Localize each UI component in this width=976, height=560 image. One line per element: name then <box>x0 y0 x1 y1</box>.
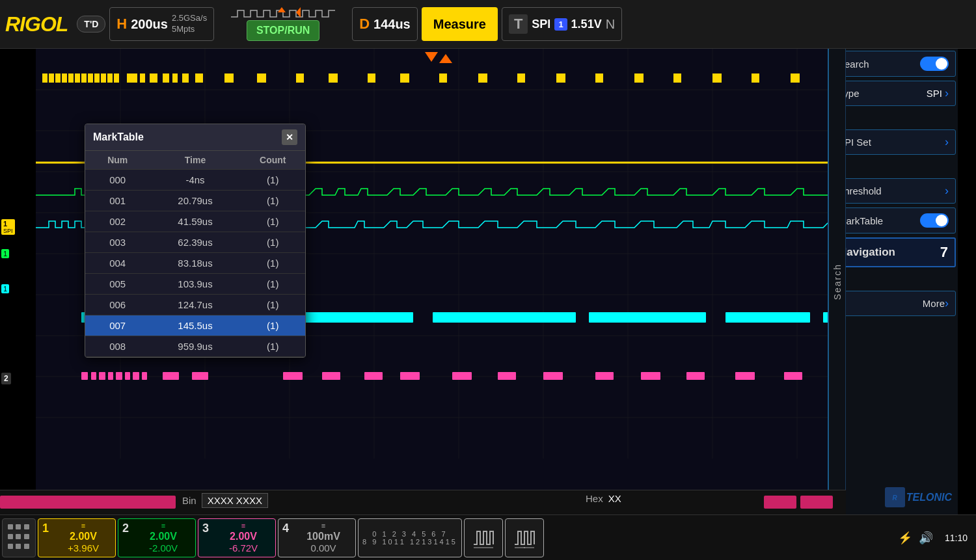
row-num: 006 <box>85 299 150 310</box>
svg-rect-35 <box>140 73 145 83</box>
svg-rect-43 <box>296 73 304 83</box>
l-channel-bottom[interactable]: 0 1 2 3 4 5 6 7 8 9 1011 12131415 <box>358 518 462 557</box>
ch1-bottom[interactable]: 1 ≡ 2.00V +3.96V <box>38 518 116 557</box>
threshold-panel-item[interactable]: Threshold › <box>831 178 956 204</box>
ch2-bottom[interactable]: 2 ≡ 2.00V -2.00V <box>118 518 196 557</box>
svg-rect-54 <box>712 73 722 83</box>
svg-rect-80 <box>364 372 383 380</box>
l-digits-top: 0 1 2 3 4 5 6 7 <box>372 530 447 538</box>
table-row[interactable]: 004 83.18us (1) <box>85 253 305 274</box>
marktable-toggle[interactable] <box>920 213 949 228</box>
top-toolbar: RIGOL T'D H 200us 2.5GSa/s5Mpts STOP/RUN… <box>0 0 976 49</box>
ch3-label: 1 <box>1 284 9 293</box>
row-time: 62.39us <box>150 237 240 248</box>
table-row[interactable]: 002 41.59us (1) <box>85 211 305 232</box>
type-value: SPI <box>927 88 942 99</box>
ch2-voltage1: 2.00V <box>150 531 177 542</box>
oscilloscope-display: MarkTable ✕ Num Time Count 000 -4ns (1) … <box>36 49 828 514</box>
marktable-toggle-knob <box>936 215 947 226</box>
svg-text:R: R <box>892 494 897 501</box>
search-panel-item[interactable]: Search <box>831 51 956 77</box>
svg-rect-89 <box>784 372 802 380</box>
l-digits-bot: 8 9 1011 12131415 <box>362 538 457 546</box>
table-row[interactable]: 001 20.79us (1) <box>85 191 305 211</box>
table-row-selected[interactable]: 007 145.5us (1) <box>85 315 305 336</box>
svg-rect-86 <box>641 372 660 380</box>
svg-rect-64 <box>433 312 576 323</box>
ch4-voltage1: 100mV <box>306 531 340 542</box>
search-tab[interactable]: Search <box>828 49 846 514</box>
svg-rect-49 <box>517 73 525 83</box>
t-label: T <box>509 14 528 34</box>
ch4-bottom[interactable]: 4 ≡ 100mV 0.00V <box>278 518 356 557</box>
svg-rect-82 <box>452 372 472 380</box>
svg-rect-72 <box>116 372 122 380</box>
ch2-num: 2 <box>122 522 129 535</box>
spi-group[interactable]: T SPI 1 1.51V N <box>502 7 622 41</box>
svg-rect-26 <box>68 73 74 83</box>
table-row[interactable]: 008 959.9us (1) <box>85 336 305 357</box>
svg-rect-40 <box>195 73 203 83</box>
bottom-bar: 1 ≡ 2.00V +3.96V 2 ≡ 2.00V -2.00V 3 ≡ 2.… <box>0 514 976 560</box>
grid-button[interactable] <box>2 518 36 557</box>
ch1-voltage1: 2.00V <box>70 531 97 542</box>
svg-rect-68 <box>81 372 88 380</box>
right-panel-wrapper: Search Search Type SPI › SPI Set › <box>828 49 976 514</box>
svg-rect-27 <box>75 73 80 83</box>
usb-icon: ⚡ <box>898 531 912 545</box>
svg-rect-24 <box>55 73 61 83</box>
measure-button[interactable]: Measure <box>422 7 498 41</box>
svg-rect-38 <box>172 73 178 83</box>
search-toggle[interactable] <box>920 57 949 71</box>
table-row[interactable]: 005 103.9us (1) <box>85 274 305 295</box>
grid-dot-2 <box>16 524 21 529</box>
col-num-header: Num <box>85 155 150 165</box>
spi-set-panel-item[interactable]: SPI Set › <box>831 129 956 155</box>
gii-button[interactable] <box>505 518 544 557</box>
marktable-close-button[interactable]: ✕ <box>282 129 297 145</box>
more-button[interactable]: More › <box>831 291 956 316</box>
svg-rect-66 <box>725 312 810 323</box>
td-badge[interactable]: T'D <box>77 16 105 33</box>
grid-dot-9 <box>24 544 29 549</box>
table-row[interactable]: 000 -4ns (1) <box>85 170 305 191</box>
more-arrow-icon: › <box>945 297 949 310</box>
d2-label: 2 <box>1 374 11 383</box>
bin-label: Bin <box>182 495 197 506</box>
ch3-bottom[interactable]: 3 ≡ 2.00V -6.72V <box>198 518 276 557</box>
svg-rect-75 <box>142 372 147 380</box>
svg-rect-48 <box>478 73 487 83</box>
table-row[interactable]: 003 62.39us (1) <box>85 232 305 253</box>
spi-label: SPI <box>532 18 550 31</box>
row-count: (1) <box>241 174 305 185</box>
svg-rect-50 <box>556 73 565 83</box>
telonic-logo: R TELONIC <box>831 482 956 513</box>
type-panel-item[interactable]: Type SPI › <box>831 81 956 106</box>
sample-rate: 2.5GSa/s5Mpts <box>172 13 207 35</box>
svg-rect-34 <box>127 73 137 83</box>
speaker-icon: 🔊 <box>919 531 933 545</box>
stop-run-button[interactable]: STOP/RUN <box>247 20 319 41</box>
row-num: 001 <box>85 195 150 206</box>
right-panel: Search Type SPI › SPI Set › Threshold <box>828 49 958 514</box>
telonic-logo-icon: R <box>884 486 906 509</box>
svg-rect-56 <box>791 73 800 83</box>
marktable-panel-item[interactable]: MarkTable <box>831 207 956 233</box>
row-num: 008 <box>85 341 150 352</box>
gi-button[interactable] <box>464 518 503 557</box>
svg-rect-53 <box>673 73 681 83</box>
svg-rect-65 <box>589 312 706 323</box>
h-value: 200us <box>131 17 168 32</box>
svg-rect-33 <box>114 73 119 83</box>
ch1-icon: ≡ <box>81 522 85 529</box>
row-count: (1) <box>241 216 305 227</box>
table-row[interactable]: 006 124.7us (1) <box>85 295 305 315</box>
svg-rect-25 <box>62 73 67 83</box>
n-label: N <box>606 17 615 32</box>
svg-marker-21 <box>439 54 452 63</box>
svg-rect-23 <box>49 73 54 83</box>
d-group[interactable]: D 144us <box>352 7 418 41</box>
h-group[interactable]: H 200us 2.5GSa/s5Mpts <box>109 7 214 41</box>
navigation-panel[interactable]: Navigation 7 <box>831 237 956 267</box>
svg-rect-76 <box>163 372 179 380</box>
